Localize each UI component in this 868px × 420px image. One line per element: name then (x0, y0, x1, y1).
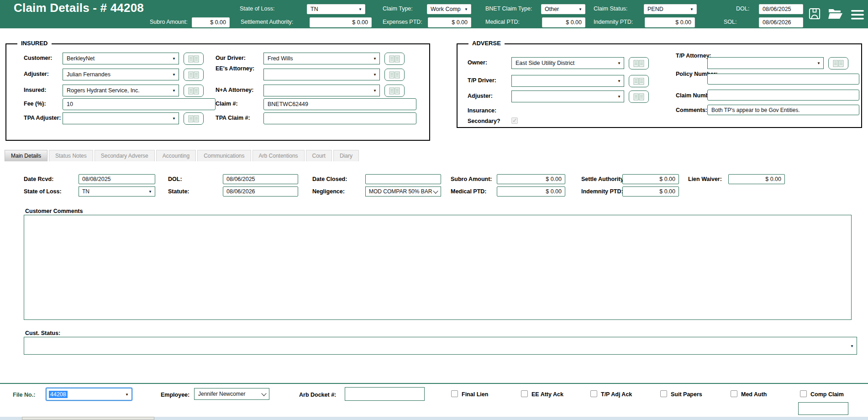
state-of-loss-label: State of Loss: (240, 5, 274, 12)
tp-adj-ack-checkbox[interactable] (590, 390, 597, 397)
final-lien-checkbox[interactable] (451, 390, 458, 397)
lien-waiver-input[interactable] (728, 174, 785, 184)
final-lien-label: Final Lien (462, 391, 488, 398)
tab-secondary-adverse[interactable]: Secondary Adverse (95, 150, 155, 162)
tab-diary[interactable]: Diary (333, 150, 359, 162)
tab-accounting[interactable]: Accounting (156, 150, 196, 162)
na-attorney-select[interactable] (263, 85, 380, 96)
scrollbar-thumb[interactable] (22, 417, 154, 420)
file-no-combobox[interactable]: 44208 (46, 388, 132, 401)
date-closed-label: Date Closed: (312, 176, 347, 183)
subro-amount-input[interactable] (192, 17, 230, 27)
ee-attorney-select[interactable] (263, 69, 380, 80)
claim-type-select[interactable]: Work Comp (427, 4, 471, 14)
adjuster-lookup-button[interactable] (184, 69, 204, 81)
policy-number-input[interactable] (707, 74, 859, 85)
insured-lookup-button[interactable] (184, 85, 204, 97)
md-dol-input[interactable] (223, 174, 298, 184)
employee-select[interactable]: Jennifer Newcomer (194, 388, 269, 400)
statute-input[interactable] (223, 186, 298, 197)
claim-details-window: Claim Details - # 44208 State of Loss: T… (0, 0, 868, 420)
med-auth-checkbox[interactable] (731, 390, 737, 397)
insured-label: Insured: (24, 87, 46, 94)
expenses-ptd-input[interactable] (428, 17, 471, 27)
tab-status-notes[interactable]: Status Notes (49, 150, 93, 162)
ee-atty-ack-checkbox[interactable] (521, 390, 528, 397)
customer-lookup-button[interactable] (184, 53, 204, 65)
md-subro-input[interactable] (497, 174, 565, 184)
fee-pct-label: Fee (%): (24, 101, 46, 108)
open-file-button[interactable] (827, 6, 844, 21)
insured-select[interactable]: Rogers Hydrant Service, Inc. (63, 85, 179, 96)
adverse-comments-input[interactable] (707, 105, 859, 115)
md-state-of-loss-select[interactable]: TN (79, 186, 155, 197)
tpa-adjuster-select[interactable] (63, 112, 179, 124)
tab-communications[interactable]: Communications (197, 150, 251, 162)
lien-waiver-label: Lien Waiver: (688, 176, 722, 183)
main-details-tab-content: Date Rcvd: DOL: Date Closed: Subro Amoun… (4, 161, 868, 383)
state-of-loss-select[interactable]: TN (307, 4, 365, 14)
tp-adj-ack-label: T/P Adj Ack (601, 391, 632, 398)
menu-button[interactable] (849, 7, 866, 22)
save-button[interactable] (806, 6, 823, 21)
tab-arb-contentions[interactable]: Arb Contentions (253, 150, 305, 162)
fee-pct-input[interactable] (63, 98, 216, 110)
tp-driver-lookup-button[interactable] (629, 75, 649, 87)
customer-select[interactable]: BerkleyNet (63, 53, 179, 64)
indemnity-ptd-input[interactable] (645, 17, 695, 27)
ee-attorney-lookup-button[interactable] (384, 69, 405, 81)
tab-main-details[interactable]: Main Details (5, 150, 47, 162)
md-medical-ptd-input[interactable] (497, 186, 565, 197)
tp-driver-select[interactable] (511, 75, 624, 87)
settlement-authority-label: Settlement Authority: (241, 19, 293, 25)
customer-comments-textarea[interactable] (24, 215, 852, 320)
tab-court[interactable]: Court (306, 150, 332, 162)
adverse-adjuster-lookup-button[interactable] (629, 90, 649, 103)
settle-authority-input[interactable] (622, 174, 679, 184)
date-closed-input[interactable] (365, 174, 441, 184)
md-subro-label: Subro Amount: (451, 176, 492, 183)
md-indemnity-ptd-input[interactable] (622, 186, 679, 197)
bnet-claim-type-select[interactable]: Other (541, 4, 585, 14)
statute-label: Statute: (168, 188, 189, 196)
customer-comments-label: Customer Comments (25, 208, 83, 215)
tpa-claim-number-input[interactable] (263, 112, 416, 124)
contacts-book-icon (188, 71, 199, 79)
comp-claim-checkbox[interactable] (800, 390, 807, 397)
suit-papers-checkbox[interactable] (660, 390, 667, 397)
owner-select[interactable]: East Side Utility District (511, 57, 624, 69)
claim-number-input[interactable] (263, 98, 416, 110)
suit-papers-label: Suit Papers (671, 391, 702, 398)
sol-input[interactable] (759, 17, 803, 27)
na-attorney-lookup-button[interactable] (384, 85, 405, 97)
owner-lookup-button[interactable] (629, 57, 649, 69)
tp-driver-label: T/P Driver: (468, 77, 496, 85)
tp-attorney-select[interactable] (707, 57, 824, 69)
file-no-label: File No.: (13, 392, 35, 399)
adverse-claim-number-input[interactable] (707, 90, 859, 101)
horizontal-scrollbar[interactable] (0, 417, 868, 420)
medical-ptd-input[interactable] (542, 17, 585, 27)
adjuster-select[interactable]: Julian Fernandes (63, 69, 179, 80)
our-driver-lookup-button[interactable] (384, 53, 405, 65)
our-driver-select[interactable]: Fred Wills (263, 53, 380, 64)
file-no-selected-text: 44208 (49, 391, 68, 398)
owner-label: Owner: (468, 59, 487, 67)
tp-attorney-lookup-button[interactable] (828, 57, 848, 69)
adverse-adjuster-select[interactable] (511, 90, 624, 102)
arb-docket-input[interactable] (345, 387, 425, 401)
open-folder-icon (828, 8, 843, 20)
negligence-select[interactable]: MOD COMPAR 50% BAR (365, 186, 441, 197)
expenses-ptd-label: Expenses PTD: (383, 19, 422, 25)
settlement-authority-input[interactable] (310, 17, 372, 27)
claim-status-select[interactable]: PEND (644, 4, 697, 14)
comp-claim-input[interactable] (798, 402, 848, 415)
sol-label: SOL: (724, 19, 737, 25)
our-driver-label: Our Driver: (216, 55, 246, 62)
date-rcvd-input[interactable] (79, 174, 155, 184)
tpa-adjuster-lookup-button[interactable] (184, 112, 204, 125)
dol-input[interactable] (759, 4, 803, 14)
cust-status-select[interactable] (24, 337, 857, 355)
arb-docket-label: Arb Docket #: (299, 392, 336, 399)
na-attorney-label: N+A Attorney: (216, 87, 253, 94)
